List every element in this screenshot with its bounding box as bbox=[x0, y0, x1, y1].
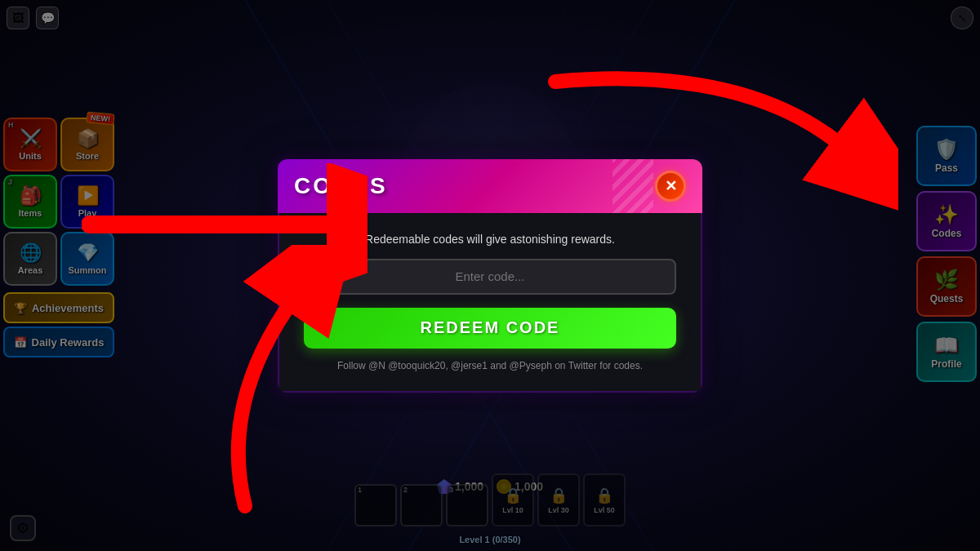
modal-body: Redeemable codes will give astonishing r… bbox=[278, 213, 702, 393]
modal-overlay: CODES ✕ Redeemable codes will give aston… bbox=[0, 0, 980, 551]
modal-stripe bbox=[612, 159, 653, 213]
modal-title: CODES bbox=[294, 173, 388, 199]
codes-modal: CODES ✕ Redeemable codes will give aston… bbox=[278, 159, 702, 393]
modal-footer: Follow @N @tooquick20, @jerse1 and @Pyse… bbox=[304, 360, 676, 371]
code-input[interactable] bbox=[304, 259, 676, 295]
redeem-button[interactable]: REDEEM CODE bbox=[304, 308, 676, 349]
close-button[interactable]: ✕ bbox=[655, 171, 686, 202]
modal-description: Redeemable codes will give astonishing r… bbox=[304, 233, 676, 246]
modal-header: CODES ✕ bbox=[278, 159, 702, 213]
